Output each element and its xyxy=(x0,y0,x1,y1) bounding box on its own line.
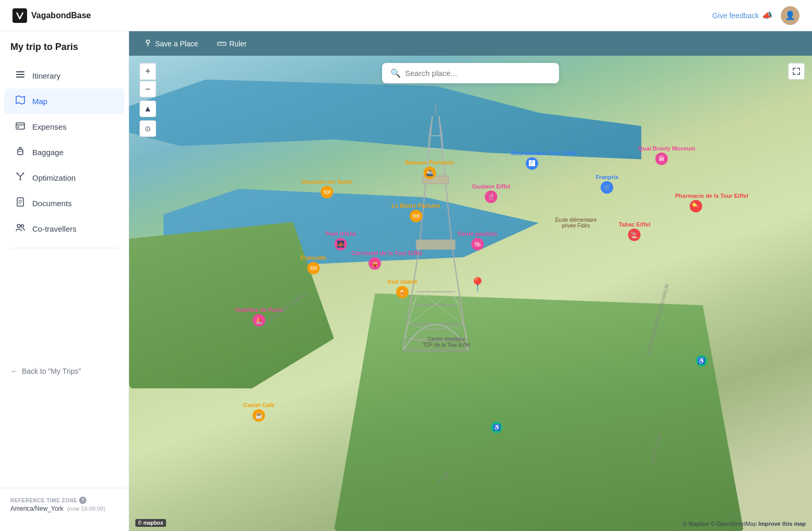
header-left: VagabondBase xyxy=(12,8,91,23)
poi-bateaux-parisiens[interactable]: Bateaux Parisiens 🚢 xyxy=(405,159,454,179)
svg-point-5 xyxy=(20,179,21,181)
map-toolbar: Save a Place Ruler xyxy=(129,31,812,56)
ref-timezone-label: REFERENCE TIME ZONE ? xyxy=(10,497,118,504)
svg-point-8 xyxy=(21,225,24,227)
ref-timezone-value: America/New_York (now 16:08:08) xyxy=(10,505,118,512)
map-background: QUAI JACQUES CHIRAC ALLÉE ADRIENNE LECOU… xyxy=(129,56,812,531)
locate-button[interactable]: ⊙ xyxy=(139,120,156,137)
sidebar-item-documents[interactable]: Documents xyxy=(4,191,124,216)
poi-carrousel[interactable]: Carrousel de la Tour Eiffel 🎪 xyxy=(351,250,398,270)
svg-point-4 xyxy=(23,173,24,174)
poi-quai-branly[interactable]: Quai Branly Museum 🏛 xyxy=(638,145,685,165)
app-name: VagabondBase xyxy=(31,11,91,20)
header: VagabondBase Give feedback 📣 👤 xyxy=(0,0,812,31)
sidebar: My trip to Paris Itinerary Map xyxy=(0,31,129,531)
map-area: Save a Place Ruler xyxy=(129,31,812,531)
optimization-icon xyxy=(15,171,26,184)
zoom-in-button[interactable]: + xyxy=(139,63,156,80)
svg-rect-11 xyxy=(416,240,455,250)
location-pin: 📍 xyxy=(468,276,487,294)
svg-rect-10 xyxy=(218,42,226,45)
ruler-icon xyxy=(217,40,226,48)
sidebar-item-co-travellers[interactable]: Co-travellers xyxy=(4,216,124,242)
svg-rect-0 xyxy=(16,123,24,129)
expenses-label: Expenses xyxy=(32,122,67,131)
sidebar-item-map[interactable]: Map xyxy=(4,88,124,114)
river-seine xyxy=(129,80,641,213)
give-feedback-button[interactable]: Give feedback 📣 xyxy=(713,10,773,20)
ruler-label: Ruler xyxy=(230,40,247,48)
sidebar-item-itinerary[interactable]: Itinerary xyxy=(4,63,124,88)
documents-icon xyxy=(15,197,26,210)
map-icon xyxy=(15,95,26,108)
main-content: My trip to Paris Itinerary Map xyxy=(0,31,812,531)
poi-centre-emetteur: Centre émetteurTDF de la Tour Eiffel xyxy=(423,336,470,348)
ruler-button[interactable]: Ruler xyxy=(213,37,251,50)
nav-divider xyxy=(10,248,118,248)
zoom-out-button[interactable]: − xyxy=(139,81,156,97)
sidebar-item-baggage[interactable]: Baggage xyxy=(4,140,124,165)
poi-ducasse-sur-seine[interactable]: Ducasse sur Seine 🍽 xyxy=(302,179,353,198)
sidebar-item-expenses[interactable]: Expenses xyxy=(4,114,124,140)
search-input[interactable] xyxy=(405,69,551,78)
map-container[interactable]: QUAI JACQUES CHIRAC ALLÉE ADRIENNE LECOU… xyxy=(129,56,812,531)
svg-rect-2 xyxy=(18,149,23,155)
map-search-bar[interactable]: 🔍 xyxy=(382,63,559,83)
logo-icon xyxy=(12,8,27,23)
expenses-icon xyxy=(15,120,26,133)
compass-button[interactable]: ▲ xyxy=(139,100,156,117)
back-label: Back to "My Trips" xyxy=(22,367,81,375)
poi-ecole[interactable]: École élémentaire privée Fidès xyxy=(552,217,599,229)
baggage-label: Baggage xyxy=(32,148,64,157)
svg-point-7 xyxy=(17,224,20,227)
svg-rect-1 xyxy=(17,127,19,128)
back-arrow-icon: ← xyxy=(10,367,18,375)
save-place-icon xyxy=(144,39,152,48)
poi-castel-cafe[interactable]: Castel Cafe ☕ xyxy=(243,402,274,422)
poi-pont-d-iena[interactable]: Pont d'Iéna 🌉 xyxy=(325,231,356,250)
co-travellers-icon xyxy=(15,222,26,235)
mapbox-logo: © mapbox xyxy=(135,519,166,527)
map-label: Map xyxy=(32,97,47,106)
megaphone-icon: 📣 xyxy=(762,10,772,20)
poi-le-bistro-parisien[interactable]: Le Bistro Parisien 🍽 xyxy=(391,203,440,222)
poi-franprix[interactable]: Franprix 🛒 xyxy=(595,174,618,194)
fullscreen-button[interactable] xyxy=(788,63,805,80)
itinerary-icon xyxy=(15,69,26,82)
accessibility-icon-2: ♿ xyxy=(491,422,502,433)
search-icon: 🔍 xyxy=(390,68,401,78)
save-place-label: Save a Place xyxy=(155,40,198,48)
give-feedback-label: Give feedback xyxy=(713,11,759,20)
trip-title: My trip to Paris xyxy=(0,42,129,63)
poi-pharmacie[interactable]: Pharmacie de la Tour Eiffel 💊 xyxy=(675,193,717,212)
itinerary-label: Itinerary xyxy=(32,71,60,80)
poi-ferrie-pavilion[interactable]: Ferrie pavilion 🛍 xyxy=(458,231,497,250)
map-controls: + − ▲ ⊙ xyxy=(139,63,156,137)
poi-gustave-eiffel[interactable]: Gustave Eiffel 🍴 xyxy=(472,183,510,203)
svg-point-9 xyxy=(146,40,149,43)
svg-point-3 xyxy=(17,173,18,174)
info-icon[interactable]: ? xyxy=(79,497,86,504)
poi-fruit-island[interactable]: fruit island 🍹 xyxy=(388,279,417,298)
improve-map-link[interactable]: Improve this map xyxy=(758,521,806,527)
save-place-button[interactable]: Save a Place xyxy=(139,36,202,50)
poi-vedettes-de-paris[interactable]: Vedettes de Paris ⛵ xyxy=(235,307,283,326)
sidebar-item-optimization[interactable]: Optimization xyxy=(4,165,124,191)
baggage-icon xyxy=(15,146,26,159)
co-travellers-label: Co-travellers xyxy=(32,224,77,233)
header-right: Give feedback 📣 👤 xyxy=(713,6,800,25)
accessibility-icon-1: ♿ xyxy=(696,355,707,366)
back-to-my-trips[interactable]: ← Back to "My Trips" xyxy=(0,361,129,382)
sidebar-bottom: REFERENCE TIME ZONE ? America/New_York (… xyxy=(0,488,129,521)
map-attribution: © Mapbox © OpenStreetMap Improve this ma… xyxy=(683,521,806,527)
documents-label: Documents xyxy=(32,199,72,208)
optimization-label: Optimization xyxy=(32,173,75,182)
poi-tabac-eiffel[interactable]: Tabac Eiffel 🚬 xyxy=(618,221,650,241)
poi-bourdonnais[interactable]: Bourdonnais Tour Eiffel 🅿 xyxy=(511,150,553,170)
poi-francette[interactable]: Francette 🍽 xyxy=(300,255,326,274)
user-avatar[interactable]: 👤 xyxy=(781,6,800,25)
